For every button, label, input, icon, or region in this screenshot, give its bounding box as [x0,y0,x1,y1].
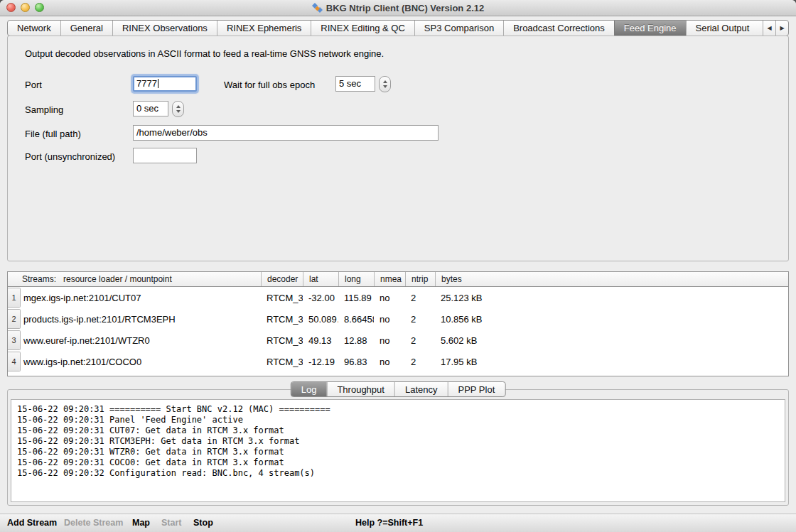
delete-stream-button: Delete Stream [64,518,123,528]
stepper-up-icon[interactable] [383,80,387,83]
cell-bytes[interactable]: 10.856 kB [435,314,788,325]
tab-sp3-comparison[interactable]: SP3 Comparison [414,21,503,36]
tab-ppp-plot[interactable]: PPP Plot [447,382,505,396]
log-line: 15-06-22 09:20:31 WTZR0: Get data in RTC… [17,447,779,457]
panel-description: Output decoded observations in ASCII for… [25,48,384,59]
cell-ntrip[interactable]: 2 [405,293,435,303]
col-header-decoder[interactable]: decoder [261,272,303,286]
cell-ntrip[interactable]: 2 [405,335,435,346]
tab-rinex-editing-qc[interactable]: RINEX Editing & QC [311,21,414,36]
tab-general[interactable]: General [60,21,112,36]
cell-ntrip[interactable]: 2 [405,357,435,367]
tab-log[interactable]: Log [291,382,327,396]
cell-nmea[interactable]: no [374,335,405,346]
row-number[interactable]: 2 [8,309,21,329]
cell-nmea[interactable]: no [374,293,405,303]
cell-stream[interactable]: products.igs-ip.net:2101/RTCM3EPH [21,314,261,325]
tab-network[interactable]: Network [8,21,60,36]
row-number[interactable]: 4 [8,352,21,371]
title-bar: BKG Ntrip Client (BNC) Version 2.12 [0,0,796,16]
file-path-label: File (full path) [25,129,81,139]
table-row[interactable]: 2 products.igs-ip.net:2101/RTCM3EPH RTCM… [8,308,788,330]
port-unsync-label: Port (unsynchronized) [25,151,115,162]
port-input[interactable]: 7777 [133,76,197,92]
log-output[interactable]: 15-06-22 09:20:31 ========== Start BNC v… [11,399,785,502]
log-line: 15-06-22 09:20:31 ========== Start BNC v… [17,404,779,415]
cell-bytes[interactable]: 17.95 kB [435,357,788,367]
cell-stream[interactable]: www.euref-ip.net:2101/WTZR0 [21,335,261,346]
cell-decoder[interactable]: RTCM_3.2 [261,357,303,367]
log-line: 15-06-22 09:20:31 COCO0: Get data in RTC… [17,457,779,468]
table-row[interactable]: 4 www.igs-ip.net:2101/COCO0 RTCM_3.2 -12… [8,351,788,372]
map-button[interactable]: Map [132,518,150,528]
main-tab-bar: Network General RINEX Observations RINEX… [7,20,789,36]
sampling-label: Sampling [25,104,63,115]
cell-ntrip[interactable]: 2 [405,314,435,325]
port-label: Port [25,80,42,90]
cell-long[interactable]: 96.83 [338,357,374,367]
cell-decoder[interactable]: RTCM_3.0 [261,314,303,325]
cell-long[interactable]: 12.88 [338,335,374,346]
cell-stream[interactable]: www.igs-ip.net:2101/COCO0 [21,357,261,367]
wait-epoch-stepper[interactable] [379,76,391,92]
log-line: 15-06-22 09:20:32 Configuration read: BN… [17,468,779,479]
table-row[interactable]: 1 mgex.igs-ip.net:2101/CUT07 RTCM_3.2 -3… [8,287,788,308]
tab-latency[interactable]: Latency [394,382,448,396]
table-row[interactable]: 3 www.euref-ip.net:2101/WTZR0 RTCM_3.0 4… [8,330,788,351]
cell-nmea[interactable]: no [374,357,405,367]
log-tab-bar: Log Throughput Latency PPP Plot [291,381,506,397]
app-icon [312,3,323,13]
bottom-toolbar: Add Stream Delete Stream Map Start Stop … [0,514,796,532]
tab-serial-output[interactable]: Serial Output [686,21,759,36]
cell-bytes[interactable]: 25.123 kB [435,293,788,303]
tab-broadcast-corrections[interactable]: Broadcast Corrections [503,21,614,36]
cell-lat[interactable]: -32.00 [303,293,338,303]
tab-feed-engine[interactable]: Feed Engine [614,21,686,36]
log-line: 15-06-22 09:20:31 Panel 'Feed Engine' ac… [17,415,779,425]
sampling-stepper[interactable] [172,101,184,117]
file-path-input[interactable]: /home/weber/obs [133,125,439,141]
row-number[interactable]: 3 [8,330,21,350]
log-line: 15-06-22 09:20:31 RTCM3EPH: Get data in … [17,436,779,447]
cell-lat[interactable]: 50.089… [303,314,338,325]
help-shortcut-label[interactable]: Help ?=Shift+F1 [355,518,423,528]
cell-lat[interactable]: -12.19 [303,357,338,367]
wait-epoch-input[interactable]: 5 sec [335,76,375,92]
cell-lat[interactable]: 49.13 [303,335,338,346]
stop-button[interactable]: Stop [193,518,213,528]
sampling-input[interactable]: 0 sec [133,101,168,116]
text-caret [158,79,158,88]
cell-long[interactable]: 8.66458 [338,314,374,325]
streams-table-header: Streams: resource loader / mountpoint de… [8,272,788,287]
cell-decoder[interactable]: RTCM_3.0 [261,335,303,346]
col-header-nmea[interactable]: nmea [374,272,405,286]
stepper-down-icon[interactable] [383,85,387,88]
col-header-ntrip[interactable]: ntrip [405,272,435,286]
stepper-up-icon[interactable] [176,105,181,108]
stepper-down-icon[interactable] [176,110,181,113]
start-button: Start [161,518,181,528]
col-header-bytes[interactable]: bytes [435,272,788,286]
cell-long[interactable]: 115.89 [338,293,374,303]
tab-rinex-observations[interactable]: RINEX Observations [112,21,217,36]
add-stream-button[interactable]: Add Stream [7,518,57,528]
tab-throughput[interactable]: Throughput [326,382,394,396]
col-header-lat[interactable]: lat [303,272,338,286]
tab-scroll-right-icon[interactable]: ▶ [775,21,788,36]
row-number[interactable]: 1 [8,288,21,308]
cell-nmea[interactable]: no [374,314,405,325]
tab-scroll-arrows: ◀ ▶ [763,21,788,36]
feed-engine-pane [7,36,789,261]
bnc-window: BKG Ntrip Client (BNC) Version 2.12 Netw… [0,0,796,532]
port-unsync-input[interactable] [133,148,197,163]
streams-table: Streams: resource loader / mountpoint de… [7,271,789,376]
log-line: 15-06-22 09:20:31 CUT07: Get data in RTC… [17,425,779,436]
tab-scroll-left-icon[interactable]: ◀ [763,21,775,36]
col-header-long[interactable]: long [338,272,374,286]
cell-stream[interactable]: mgex.igs-ip.net:2101/CUT07 [21,293,261,303]
cell-decoder[interactable]: RTCM_3.2 [261,293,303,303]
cell-bytes[interactable]: 5.602 kB [435,335,788,346]
col-header-streams[interactable]: Streams: resource loader / mountpoint [8,272,261,286]
wait-epoch-label: Wait for full obs epoch [224,80,315,90]
tab-rinex-ephemeris[interactable]: RINEX Ephemeris [217,21,311,36]
